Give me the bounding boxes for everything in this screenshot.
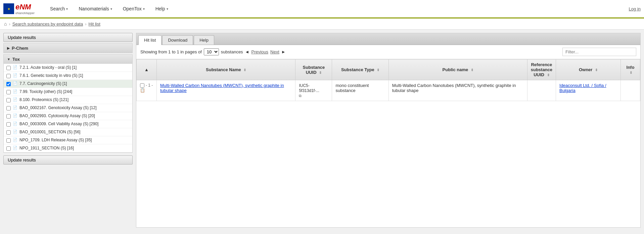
tox-checkbox-6[interactable] [6, 114, 11, 119]
cell-info [620, 80, 640, 101]
uuid-copy-icon[interactable]: ⧉ [299, 94, 302, 98]
enm-logo: eNM eNanoMapper [15, 3, 35, 15]
tox-item: 📄 NPO_1709. LDH Release Assay (S) [35] [4, 136, 132, 144]
tox-checkbox-4[interactable] [6, 98, 11, 102]
tab-hit-list[interactable]: Hit list [138, 35, 162, 45]
info-sort[interactable]: ⇕ [630, 71, 632, 75]
header: ★ eNM eNanoMapper Search ▾ Nanomaterials… [0, 0, 644, 18]
col-substance-name: Substance Name ⇕ [157, 59, 295, 80]
breadcrumb-hit-list[interactable]: Hit list [88, 21, 100, 27]
pchem-header[interactable]: ▶ P-Chem [4, 44, 132, 53]
tox-checkbox-8[interactable] [6, 130, 11, 135]
tox-item-text: 7.7. Carcinogenicity (S) [1] [19, 81, 67, 86]
login-link[interactable]: Log in [629, 6, 641, 11]
col-owner: Owner ⇕ [556, 59, 621, 80]
col-public-name: Public name ⇕ [388, 59, 527, 80]
eu-stars: ★ [7, 7, 10, 11]
tox-checkbox-0[interactable] [6, 66, 11, 70]
right-panel: Hit list Download Help Showing from 1 to… [136, 33, 641, 228]
left-panel: Update results ▶ P-Chem ▼ Tox 📄 7.2.1. A… [3, 33, 133, 228]
row-checkbox[interactable] [140, 83, 144, 88]
tox-item-text: NPO_1709. LDH Release Assay (S) [35] [19, 138, 92, 142]
nav-opentox[interactable]: OpenTox ▾ [118, 0, 150, 17]
nav-help-arrow: ▾ [167, 7, 168, 11]
prev-arrow-icon: ◄ [245, 49, 249, 54]
tox-label: Tox [12, 57, 20, 62]
eu-flag-logo: ★ [3, 3, 14, 14]
tox-checkbox-10[interactable] [6, 146, 11, 151]
table-body: - 1 - 📋 Multi-Walled Carbon Nanotubes (M… [137, 80, 640, 101]
tox-item-text: BAO_0002993. Cytotoxicity Assay (S) [20] [19, 113, 95, 118]
owner-link[interactable]: Ideaconsult Ltd. / Sofia / Bulgaria [559, 83, 606, 93]
tox-checkbox-3[interactable] [6, 90, 11, 94]
tox-item-text: 8.100. Proteomics (S) [121] [19, 97, 68, 102]
public-name-sort[interactable]: ⇕ [471, 68, 473, 72]
col-ref-substance-uuid: ReferencesubstanceUUID ⇕ [527, 59, 556, 80]
substance-uuid-sort[interactable]: ⇕ [319, 71, 322, 75]
tox-header[interactable]: ▼ Tox [4, 55, 132, 64]
tox-checkbox-2[interactable] [6, 82, 11, 86]
sort-up-icon: ▲ [144, 67, 149, 72]
pchem-label: P-Chem [12, 46, 28, 51]
page-size-select[interactable]: 10 25 50 [204, 48, 219, 55]
home-icon[interactable]: ⌂ [4, 21, 7, 27]
tox-item-text: BAO_0010001_SECTION (S) [56] [19, 130, 80, 134]
main-layout: Update results ▶ P-Chem ▼ Tox 📄 7.2.1. A… [0, 30, 644, 231]
substance-type-sort[interactable]: ⇕ [377, 68, 379, 72]
tox-item-icon: 📄 [13, 138, 17, 142]
substance-name-sort[interactable]: ⇕ [243, 68, 246, 72]
tab-help[interactable]: Help [194, 35, 214, 45]
substances-table: ▲ Substance Name ⇕ SubstanceUUID ⇕ Subst… [136, 59, 640, 101]
breadcrumb-search-substances[interactable]: Search substances by endpoint data [12, 21, 83, 27]
nav-search-arrow: ▾ [66, 7, 68, 11]
tox-checkbox-5[interactable] [6, 106, 11, 110]
owner-sort[interactable]: ⇕ [595, 68, 598, 72]
tox-checkbox-1[interactable] [6, 74, 11, 78]
breadcrumb-sep-2: › [85, 21, 86, 27]
tab-download[interactable]: Download [162, 35, 193, 45]
tox-item-icon: 📄 [13, 105, 17, 110]
update-results-button-bottom[interactable]: Update results [3, 155, 133, 165]
ref-uuid-sort[interactable]: ⇕ [547, 73, 550, 77]
enm-subtitle: eNanoMapper [15, 11, 35, 15]
tox-item-icon: 📄 [13, 89, 17, 94]
tox-checkbox-7[interactable] [6, 122, 11, 127]
substance-name-link[interactable]: Multi-Walled Carbon Nanotubes (MWCNT), s… [160, 83, 284, 93]
tox-item-text: 7.6.1. Genetic toxicity in vitro (S) [1] [19, 73, 83, 78]
nav-help[interactable]: Help ▾ [150, 0, 174, 17]
next-button[interactable]: Next [270, 49, 279, 54]
tox-item-icon: 📄 [13, 97, 17, 102]
tox-item-icon: 📄 [13, 146, 17, 150]
tox-item-icon: 📄 [13, 81, 17, 86]
pchem-section: ▶ P-Chem [3, 43, 133, 53]
cell-substance-uuid: IUC5-5f313d1f-... ⧉ [295, 80, 332, 101]
copy-icon[interactable]: 📋 [140, 88, 145, 93]
tox-arrow: ▼ [7, 57, 10, 61]
table-header: ▲ Substance Name ⇕ SubstanceUUID ⇕ Subst… [137, 59, 640, 80]
previous-button[interactable]: Previous [251, 49, 268, 54]
tox-item-icon: 📄 [13, 130, 17, 134]
update-results-button-top[interactable]: Update results [3, 33, 133, 42]
cell-public-name: Multi-Walled Carbon Nanotubes (MWCNT), s… [388, 80, 527, 101]
cell-substance-name: Multi-Walled Carbon Nanotubes (MWCNT), s… [157, 80, 295, 101]
nav-search[interactable]: Search ▾ [45, 0, 73, 17]
logo-area: ★ eNM eNanoMapper [3, 3, 35, 15]
tox-item-icon: 📄 [13, 65, 17, 69]
breadcrumb-sep-1: › [9, 21, 10, 27]
tox-section: ▼ Tox 📄 7.2.1. Acute toxicity - oral (S)… [3, 54, 133, 153]
tox-checkbox-9[interactable] [6, 138, 11, 143]
row-number: - 1 - [146, 83, 153, 88]
nav-nanomaterials[interactable]: Nanomaterials ▾ [73, 0, 117, 17]
tox-item-text: BAO_0003009. Cell Viability Assay (S) [2… [19, 122, 98, 126]
tox-item: 📄 8.100. Proteomics (S) [121] [4, 96, 132, 104]
breadcrumb: ⌂ › Search substances by endpoint data ›… [0, 18, 644, 30]
enm-text: eNM [15, 3, 31, 11]
nav-nanomaterials-arrow: ▾ [110, 7, 112, 11]
tox-item: 📄 BAO_0010001_SECTION (S) [56] [4, 128, 132, 136]
tox-item-text: 7.99. Toxicity (other) (S) [244] [19, 89, 72, 94]
cell-substance-type: mono constituent substance [332, 80, 388, 101]
tox-item-icon: 📄 [13, 73, 17, 78]
tox-item-text: 7.2.1. Acute toxicity - oral (S) [1] [19, 65, 77, 70]
filter-input[interactable] [562, 48, 636, 56]
next-arrow-icon: ► [281, 49, 286, 54]
